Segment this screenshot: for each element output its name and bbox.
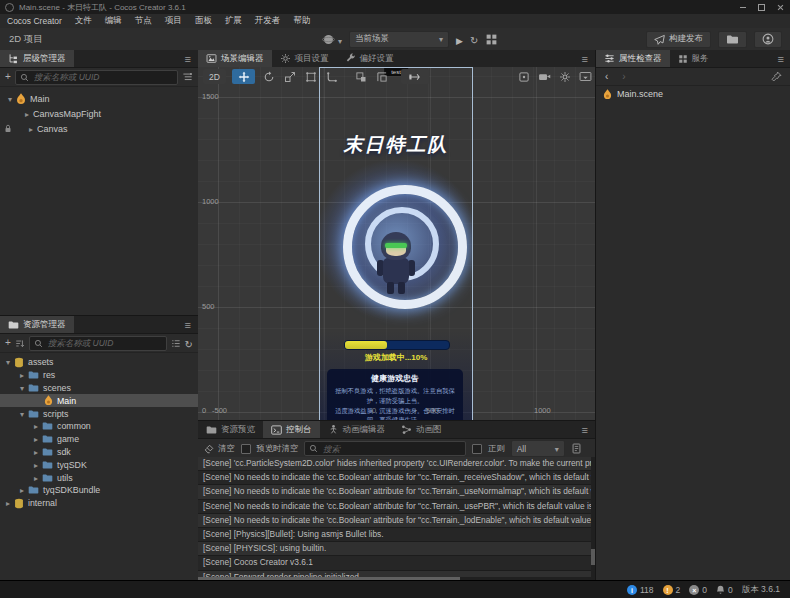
menu-edit[interactable]: 编辑 <box>105 15 122 27</box>
list-view-icon[interactable] <box>171 338 181 349</box>
frame-selection-icon[interactable] <box>518 71 530 83</box>
gizmo-tool-button[interactable] <box>324 69 339 84</box>
hierarchy-search[interactable] <box>15 70 178 85</box>
hierarchy-node-canvasmapfight[interactable]: CanvasMapFight <box>0 106 198 121</box>
assets-search[interactable] <box>29 336 167 351</box>
log-level-select[interactable]: All <box>511 440 565 457</box>
asset-scenes[interactable]: scenes <box>0 382 198 395</box>
tab-animation-graph[interactable]: 动画图 <box>393 421 450 438</box>
tab-preferences[interactable]: 偏好设置 <box>337 50 402 67</box>
layout-grid-button[interactable] <box>485 33 498 46</box>
console-menu-button[interactable] <box>575 424 595 436</box>
log-row[interactable]: [Scene] No needs to indicate the 'cc.Boo… <box>198 514 591 528</box>
log-row[interactable]: [Scene] Cocos Creator v3.6.1 <box>198 556 591 570</box>
hierarchy-node-canvas[interactable]: Canvas <box>0 121 198 136</box>
create-node-button[interactable]: + <box>5 72 11 82</box>
minimize-button[interactable] <box>733 0 752 14</box>
asset-tyqsdkbundle[interactable]: tyqSDKBundle <box>0 484 198 497</box>
tab-asset-preview[interactable]: 资源预览 <box>198 421 263 438</box>
console-log-list[interactable]: [Scene] 'cc.ParticleSystem2D.color' hide… <box>198 457 591 577</box>
asset-assets[interactable]: assets <box>0 356 198 369</box>
mode-2d-button[interactable]: 2D <box>203 69 226 84</box>
menu-node[interactable]: 节点 <box>135 15 152 27</box>
rotate-tool-button[interactable] <box>261 69 276 84</box>
user-account-button[interactable] <box>754 31 782 48</box>
snap-position-button[interactable] <box>353 69 368 84</box>
inspector-menu-button[interactable] <box>771 53 790 65</box>
menu-project[interactable]: 项目 <box>165 15 182 27</box>
scene-select[interactable]: 当前场景 <box>349 31 449 48</box>
open-project-folder-button[interactable] <box>718 31 747 48</box>
asset-sdk[interactable]: sdk <box>0 446 198 459</box>
gizmo-visibility-button[interactable] <box>401 69 429 84</box>
asset-res[interactable]: res <box>0 369 198 382</box>
inspected-scene-row[interactable]: Main.scene <box>596 86 790 102</box>
filter-icon[interactable] <box>182 72 193 83</box>
asset-common[interactable]: common <box>0 420 198 433</box>
log-row[interactable]: [Scene] [PHYSICS]: using builtin. <box>198 542 591 556</box>
hierarchy-node-main[interactable]: Main <box>0 91 198 106</box>
asset-scripts[interactable]: scripts <box>0 407 198 420</box>
play-button[interactable] <box>456 30 463 48</box>
menu-developer[interactable]: 开发者 <box>255 15 281 27</box>
clear-on-preview-checkbox[interactable] <box>241 444 251 454</box>
log-row[interactable]: [Scene] No needs to indicate the 'cc.Boo… <box>198 500 591 514</box>
asset-tyqsdk[interactable]: tyqSDK <box>0 458 198 471</box>
log-row[interactable]: [Scene] No needs to indicate the 'cc.Boo… <box>198 471 591 485</box>
collapse-caret-icon[interactable] <box>29 124 33 134</box>
assets-search-input[interactable] <box>46 337 162 349</box>
lock-icon[interactable] <box>4 124 12 133</box>
close-button[interactable] <box>771 0 790 14</box>
tab-animation-editor[interactable]: 动画编辑器 <box>320 421 394 438</box>
reload-button[interactable] <box>470 30 478 48</box>
tab-scene-editor[interactable]: 场景编辑器 <box>198 50 272 67</box>
menu-cocos-creator[interactable]: Cocos Creator <box>7 16 62 26</box>
clear-console-button[interactable]: 清空 <box>204 443 235 454</box>
menu-file[interactable]: 文件 <box>75 15 92 27</box>
collapse-caret-icon[interactable] <box>25 109 29 119</box>
scene-viewport[interactable]: 1500 1000 500 0 -500 0 500 1000 test 末日特… <box>198 67 595 420</box>
scene-camera-icon[interactable] <box>538 71 551 82</box>
create-asset-button[interactable]: + <box>5 338 11 348</box>
warning-count[interactable]: 2 <box>663 585 681 595</box>
log-row[interactable]: [Scene] No needs to indicate the 'cc.Boo… <box>198 485 591 499</box>
rect-tool-button[interactable] <box>303 69 318 84</box>
asset-game[interactable]: game <box>0 433 198 446</box>
tab-console[interactable]: 控制台 <box>263 421 320 438</box>
notification-count[interactable]: 0 <box>716 585 733 595</box>
tab-project-settings[interactable]: 项目设置 <box>272 50 337 67</box>
asset-utils[interactable]: utils <box>0 471 198 484</box>
hierarchy-menu-button[interactable] <box>178 53 198 65</box>
error-count[interactable]: 0 <box>689 585 707 595</box>
console-search-input[interactable] <box>321 443 461 455</box>
hierarchy-search-input[interactable] <box>32 71 173 83</box>
expand-caret-icon[interactable] <box>8 94 12 104</box>
scene-gear-icon[interactable] <box>559 71 571 83</box>
menu-panel[interactable]: 面板 <box>195 15 212 27</box>
menu-help[interactable]: 帮助 <box>293 15 310 27</box>
move-tool-button[interactable] <box>232 69 255 84</box>
info-count[interactable]: 118 <box>627 585 654 595</box>
fullscreen-icon[interactable] <box>579 71 592 82</box>
assets-menu-button[interactable] <box>178 319 198 331</box>
game-preview-canvas[interactable]: test 末日特工队 游戏加载中...10% 健康游戏忠告 抵制不良游戏，拒绝盗… <box>319 67 473 420</box>
snap-size-button[interactable] <box>374 69 389 84</box>
log-file-icon[interactable] <box>571 443 582 454</box>
asset-main-scene[interactable]: Main <box>0 394 198 407</box>
regex-checkbox[interactable] <box>472 444 482 454</box>
log-row[interactable]: [Scene] 'cc.ParticleSystem2D.color' hide… <box>198 457 591 471</box>
refresh-assets-button[interactable] <box>185 334 193 352</box>
scene-menu-button[interactable] <box>575 53 595 65</box>
asset-internal[interactable]: internal <box>0 497 198 510</box>
tab-services[interactable]: 服务 <box>670 50 717 67</box>
log-row[interactable]: [Scene] [Physics][Bullet]: Using asmjs B… <box>198 528 591 542</box>
scale-tool-button[interactable] <box>282 69 297 84</box>
menu-extension[interactable]: 扩展 <box>225 15 242 27</box>
inspector-back-button[interactable]: ‹ <box>605 71 608 82</box>
pin-icon[interactable] <box>771 71 782 82</box>
tab-inspector[interactable]: 属性检查器 <box>596 50 670 67</box>
console-search[interactable] <box>304 441 466 456</box>
inspector-forward-button[interactable]: › <box>622 71 625 82</box>
sort-icon[interactable] <box>15 338 25 349</box>
tab-hierarchy[interactable]: 层级管理器 <box>0 50 74 67</box>
